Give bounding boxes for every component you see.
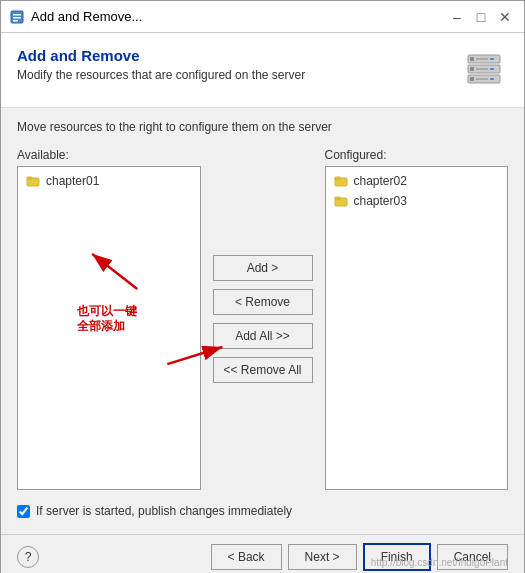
configured-label: Configured:: [325, 148, 509, 162]
title-bar: Add and Remove... – □ ✕: [1, 1, 524, 33]
svg-rect-6: [476, 58, 488, 60]
panels-wrapper: Available: chapter01 Add > < Remove Add …: [17, 148, 508, 490]
svg-rect-13: [470, 77, 474, 81]
checkbox-row: If server is started, publish changes im…: [17, 500, 508, 522]
middle-buttons: Add > < Remove Add All >> << Remove All: [201, 148, 325, 490]
available-label: Available:: [17, 148, 201, 162]
window-icon: [9, 9, 25, 25]
svg-rect-14: [476, 78, 488, 80]
list-item[interactable]: chapter02: [330, 171, 504, 191]
configured-panel: Configured: chapter02: [325, 148, 509, 490]
folder-icon: [26, 174, 40, 188]
main-window: Add and Remove... – □ ✕ Add and Remove M…: [0, 0, 525, 573]
remove-all-button[interactable]: << Remove All: [213, 357, 313, 383]
configured-list[interactable]: chapter02 chapter03: [325, 166, 509, 490]
remove-button[interactable]: < Remove: [213, 289, 313, 315]
minimize-button[interactable]: –: [446, 6, 468, 28]
add-button[interactable]: Add >: [213, 255, 313, 281]
add-all-button[interactable]: Add All >>: [213, 323, 313, 349]
folder-icon: [334, 174, 348, 188]
dialog-title: Add and Remove: [17, 47, 305, 64]
title-bar-controls: – □ ✕: [446, 6, 516, 28]
svg-rect-3: [13, 20, 18, 22]
content-area: Move resources to the right to configure…: [1, 108, 524, 534]
svg-rect-17: [27, 177, 32, 179]
available-list[interactable]: chapter01: [17, 166, 201, 490]
list-item[interactable]: chapter01: [22, 171, 196, 191]
available-panel: Available: chapter01: [17, 148, 201, 490]
instruction-text: Move resources to the right to configure…: [17, 120, 508, 134]
watermark: http://blog.csdn.net/IndigoPlant: [0, 557, 516, 568]
publish-label: If server is started, publish changes im…: [36, 504, 292, 518]
svg-rect-7: [490, 58, 494, 60]
svg-rect-2: [13, 17, 21, 19]
svg-rect-10: [476, 68, 488, 70]
svg-rect-21: [335, 197, 340, 199]
header-section: Add and Remove Modify the resources that…: [1, 33, 524, 108]
svg-rect-19: [335, 177, 340, 179]
dialog-subtitle: Modify the resources that are configured…: [17, 68, 305, 82]
svg-rect-15: [490, 78, 494, 80]
svg-rect-11: [490, 68, 494, 70]
folder-icon: [334, 194, 348, 208]
window-title: Add and Remove...: [31, 9, 142, 24]
header-row: Add and Remove Modify the resources that…: [17, 47, 508, 95]
title-bar-left: Add and Remove...: [9, 9, 142, 25]
configured-item-label: chapter02: [354, 174, 407, 188]
publish-checkbox[interactable]: [17, 505, 30, 518]
server-icon: [460, 47, 508, 95]
list-item[interactable]: chapter03: [330, 191, 504, 211]
available-item-label: chapter01: [46, 174, 99, 188]
svg-rect-1: [13, 14, 21, 16]
configured-item-label: chapter03: [354, 194, 407, 208]
close-button[interactable]: ✕: [494, 6, 516, 28]
svg-rect-9: [470, 67, 474, 71]
header-text: Add and Remove Modify the resources that…: [17, 47, 305, 82]
maximize-button[interactable]: □: [470, 6, 492, 28]
svg-rect-5: [470, 57, 474, 61]
